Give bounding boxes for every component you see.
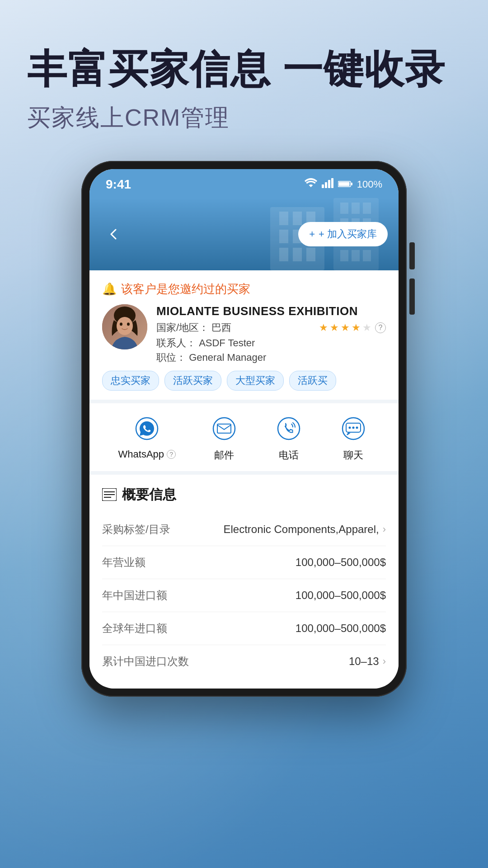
svg-point-37: [213, 418, 235, 439]
chat-label: 聊天: [343, 448, 363, 462]
overview-title: 概要信息: [102, 486, 386, 504]
buyer-country-row: 国家/地区： 巴西 ★ ★ ★ ★ ★ ?: [156, 321, 386, 335]
svg-point-43: [352, 426, 355, 429]
tag-active[interactable]: 活跃买家: [164, 371, 221, 391]
buyer-country: 国家/地区： 巴西: [156, 321, 231, 335]
revenue-value: 100,000–500,000$: [296, 556, 386, 569]
global-import-label: 全球年进口额: [102, 621, 167, 636]
phone-side-button-2: [409, 278, 415, 315]
notice-text: 该客户是您邀约过的买家: [121, 281, 250, 297]
global-import-value: 100,000–500,000$: [296, 622, 386, 635]
svg-rect-10: [293, 212, 302, 225]
svg-rect-20: [352, 203, 360, 214]
header-section: 丰富买家信息 一键收录 买家线上CRM管理: [0, 45, 488, 134]
revenue-value-text: 100,000–500,000$: [296, 556, 386, 569]
svg-rect-15: [279, 248, 288, 261]
overview-section: 概要信息 采购标签/目录 Electronic Components,Appar…: [89, 475, 399, 689]
svg-rect-5: [338, 182, 349, 186]
overview-icon: [102, 488, 117, 501]
star-4: ★: [352, 322, 361, 334]
chat-icon-circle: [337, 412, 370, 445]
notice-icon: 🔔: [102, 282, 117, 296]
add-icon: +: [309, 228, 315, 240]
phone-screen: 9:41: [89, 169, 399, 689]
phone-text: 电话: [279, 448, 299, 462]
svg-rect-19: [340, 203, 348, 214]
cumulative-value[interactable]: 10–13 ›: [349, 655, 386, 668]
buyer-contact: 联系人： ASDF Tester: [156, 336, 386, 350]
country-label: 国家/地区：: [156, 322, 209, 333]
purchase-chevron: ›: [383, 524, 386, 535]
svg-rect-38: [217, 424, 231, 433]
email-label: 邮件: [214, 448, 234, 462]
info-row-purchase: 采购标签/目录 Electronic Components,Apparel, ›: [102, 513, 386, 546]
svg-rect-30: [363, 250, 371, 261]
info-row-cumulative: 累计中国进口次数 10–13 ›: [102, 645, 386, 678]
star-rating: ★ ★ ★ ★ ★ ?: [319, 322, 386, 334]
signal-icon: [322, 178, 333, 191]
svg-rect-6: [351, 183, 352, 185]
action-whatsapp[interactable]: WhatsApp ?: [118, 412, 176, 462]
action-chat[interactable]: 聊天: [337, 412, 370, 462]
purchase-label: 采购标签/目录: [102, 522, 170, 537]
app-header: + + 加入买家库: [89, 198, 399, 270]
position-label: 职位：: [156, 352, 186, 363]
chat-text: 聊天: [343, 448, 363, 462]
whatsapp-text: WhatsApp: [118, 448, 164, 460]
battery-percentage: 100%: [357, 179, 382, 190]
buyer-position: 职位： General Manager: [156, 351, 386, 364]
global-import-text: 100,000–500,000$: [296, 622, 386, 635]
china-import-value: 100,000–500,000$: [296, 589, 386, 602]
svg-rect-12: [279, 230, 288, 243]
star-2: ★: [330, 322, 339, 334]
main-title: 丰富买家信息 一键收录: [27, 45, 461, 93]
status-time: 9:41: [106, 177, 131, 192]
svg-point-34: [120, 322, 122, 326]
svg-rect-0: [322, 184, 324, 188]
phone-side-button-1: [409, 242, 415, 269]
avatar: [102, 304, 147, 349]
tags-row: 忠实买家 活跃买家 大型买家 活跃买: [102, 371, 386, 391]
cumulative-value-text: 10–13: [349, 655, 379, 668]
tag-active2[interactable]: 活跃买: [289, 371, 336, 391]
svg-rect-28: [340, 250, 348, 261]
china-import-label: 年中国进口额: [102, 588, 167, 603]
svg-rect-2: [328, 180, 330, 188]
whatsapp-help-icon[interactable]: ?: [167, 450, 176, 459]
star-1: ★: [319, 322, 328, 334]
email-text: 邮件: [214, 448, 234, 462]
phone-icon-circle: [272, 412, 305, 445]
tag-large[interactable]: 大型买家: [227, 371, 284, 391]
contact-label: 联系人：: [156, 337, 196, 349]
action-email[interactable]: 邮件: [208, 412, 240, 462]
tag-loyal[interactable]: 忠实买家: [102, 371, 159, 391]
rating-help-icon[interactable]: ?: [375, 322, 386, 333]
cumulative-label: 累计中国进口次数: [102, 654, 189, 669]
buyer-notice: 🔔 该客户是您邀约过的买家: [102, 281, 386, 297]
whatsapp-icon-circle: [131, 412, 163, 445]
svg-rect-1: [325, 182, 327, 188]
email-icon-circle: [208, 412, 240, 445]
buyer-details: MIOLANTE BUSINESS EXHIBITION 国家/地区： 巴西 ★…: [156, 304, 386, 364]
wifi-icon: [305, 178, 317, 191]
star-5: ★: [362, 322, 371, 334]
back-button[interactable]: [100, 221, 127, 248]
svg-rect-16: [293, 248, 302, 261]
svg-point-35: [127, 322, 130, 326]
buyer-card: 🔔 该客户是您邀约过的买家: [89, 270, 399, 403]
overview-title-text: 概要信息: [122, 486, 176, 504]
add-buyer-button[interactable]: + + 加入买家库: [298, 222, 388, 246]
status-icons: 100%: [305, 178, 382, 191]
svg-rect-3: [331, 178, 333, 188]
svg-point-44: [356, 426, 358, 429]
svg-point-39: [278, 418, 300, 439]
add-buyer-label: + 加入买家库: [319, 227, 377, 241]
china-import-text: 100,000–500,000$: [296, 589, 386, 602]
purchase-value[interactable]: Electronic Components,Apparel, ›: [223, 523, 386, 536]
info-row-revenue: 年营业额 100,000–500,000$: [102, 546, 386, 579]
revenue-label: 年营业额: [102, 555, 145, 570]
info-row-global-import: 全球年进口额 100,000–500,000$: [102, 612, 386, 645]
action-phone[interactable]: 电话: [272, 412, 305, 462]
svg-rect-29: [352, 250, 360, 261]
contact-value: ASDF Tester: [199, 337, 255, 349]
